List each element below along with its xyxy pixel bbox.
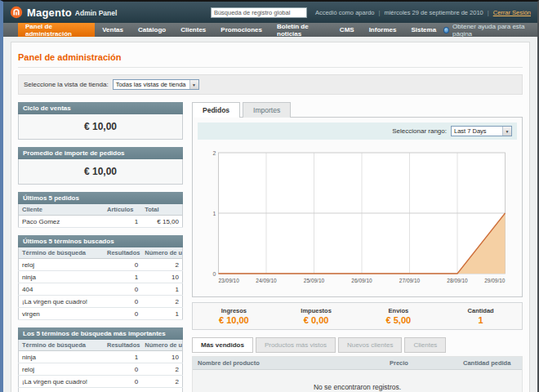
lifetime-sales-value: € 10,00 (18, 114, 183, 140)
store-view-select[interactable]: Todas las vistas de tienda ▼ (113, 79, 199, 90)
totals-bar: Ingresos € 10,00 Impuestos € 0,00 Envíos… (192, 302, 523, 330)
logged-in-as: Accedió como apardo (315, 9, 375, 16)
last-search-terms-panel: Últimos 5 términos buscados Término de b… (18, 235, 183, 320)
range-select[interactable]: Last 7 Days ▼ (451, 126, 512, 136)
svg-text:2: 2 (213, 150, 216, 156)
nav-item-cms[interactable]: CMS (332, 23, 362, 37)
svg-text:24/09/10: 24/09/10 (256, 278, 277, 283)
table-row: reloj02 (19, 259, 183, 271)
store-view-bar: Seleccione la vista de tienda: Todas las… (18, 74, 523, 95)
tab-productos-mas-vistos[interactable]: Productos más vistos (256, 337, 336, 353)
table-row: 40401 (19, 283, 183, 296)
nav-item-boletin[interactable]: Boletín de noticias (270, 23, 332, 37)
svg-text:23/09/10: 23/09/10 (219, 278, 240, 283)
total-ingresos: Ingresos € 10,00 (193, 307, 275, 325)
header-user-area: Accedió como apardo | miércoles 29 de se… (315, 9, 531, 16)
tab-clientes[interactable]: Clientes (404, 337, 446, 353)
products-tabs: Más vendidos Productos más vistos Nuevos… (192, 337, 523, 353)
dashboard-content: Panel de administración Seleccione la vi… (11, 42, 530, 392)
top-search-terms-panel: Los 5 términos de búsqueda más important… (18, 327, 183, 392)
svg-text:0: 0 (213, 271, 216, 277)
last-orders-panel: Últimos 5 pedidos Cliente Artículos Tota… (18, 192, 183, 228)
products-table: Nombre del producto Precio Cantidad pedi… (192, 356, 523, 392)
main-nav: Panel de administración Ventas Catálogo … (3, 23, 537, 37)
tab-importes[interactable]: Importes (243, 102, 291, 118)
nav-item-promociones[interactable]: Promociones (213, 23, 270, 37)
top-search-terms-table: Término de búsqueda Resultados Número de… (18, 340, 183, 392)
panel-title: Últimos 5 términos buscados (18, 235, 183, 247)
panel-title: Ciclo de ventas (18, 102, 183, 114)
empty-records-message: No se encontraron registros. (193, 370, 522, 392)
panel-title: Últimos 5 pedidos (18, 192, 183, 204)
header-date: miércoles 29 de septiembre de 2010 (384, 9, 483, 16)
panel-title: Los 5 términos de búsqueda más important… (18, 327, 183, 340)
svg-text:1: 1 (213, 211, 216, 216)
tab-nuevos-clientes[interactable]: Nuevos clientes (338, 337, 402, 353)
last-search-terms-table: Término de búsqueda Resultados Número de… (18, 247, 183, 320)
help-globe-icon (443, 27, 449, 33)
panel-title: Promedio de importe de pedidos (18, 147, 183, 159)
tab-pedidos[interactable]: Pedidos (192, 102, 240, 118)
magento-logo-icon[interactable] (10, 6, 23, 19)
svg-text:25/09/10: 25/09/10 (304, 278, 325, 283)
table-row: virgen01 (19, 308, 183, 320)
last-orders-table: Cliente Artículos Total Paco Gomez1€ 15,… (18, 204, 183, 228)
help-link[interactable]: Obtener ayuda para esta página (443, 23, 537, 37)
average-orders-value: € 10,00 (18, 159, 183, 185)
orders-chart-svg: 01223/09/1024/09/1025/09/1026/09/1027/09… (199, 146, 515, 287)
logo-text: Magento (27, 7, 72, 19)
svg-text:28/09/10: 28/09/10 (447, 278, 468, 283)
logo-subtext: Admin Panel (75, 9, 117, 17)
global-search-input[interactable] (211, 7, 307, 18)
nav-item-informes[interactable]: Informes (362, 23, 404, 37)
table-row: ¡La virgen que cuadro!02 (19, 296, 183, 308)
total-envios: Envíos € 5,00 (358, 307, 440, 325)
total-impuestos: Impuestos € 0,00 (275, 307, 358, 325)
nav-item-ventas[interactable]: Ventas (95, 23, 131, 37)
orders-chart: 01223/09/1024/09/1025/09/1026/09/1027/09… (198, 140, 517, 292)
logout-link[interactable]: Cerrar Sesión (493, 9, 531, 16)
table-row: ninja110 (19, 271, 183, 283)
svg-text:29/09/10: 29/09/10 (484, 278, 506, 283)
header: Magento Admin Panel Accedió como apardo … (3, 2, 537, 23)
nav-item-clientes[interactable]: Clientes (173, 23, 213, 37)
range-bar: Seleccionar rango: Last 7 Days ▼ (198, 122, 517, 140)
chevron-down-icon: ▼ (502, 127, 511, 136)
svg-text:27/09/10: 27/09/10 (399, 278, 421, 283)
table-row: ¡La virgen que cuadro!02 (19, 376, 183, 388)
dashboard-right-column: Pedidos Importes Seleccionar rango: Last… (192, 102, 523, 392)
dashboard-left-column: Ciclo de ventas € 10,00 Promedio de impo… (18, 102, 183, 392)
nav-item-dashboard[interactable]: Panel de administración (18, 23, 95, 37)
average-orders-panel: Promedio de importe de pedidos € 10,00 (18, 147, 183, 185)
total-cantidad: Cantidad 1 (439, 307, 522, 325)
table-row: ninja110 (19, 351, 183, 363)
store-view-label: Seleccione la vista de tienda: (24, 81, 109, 88)
lifetime-sales-panel: Ciclo de ventas € 10,00 (18, 102, 183, 140)
chevron-down-icon: ▼ (189, 80, 198, 89)
page-title: Panel de administración (18, 49, 523, 68)
tab-mas-vendidos[interactable]: Más vendidos (192, 337, 253, 353)
orders-chart-panel: Seleccionar rango: Last 7 Days ▼ 01223/0… (192, 117, 523, 297)
nav-item-sistema[interactable]: Sistema (403, 23, 443, 37)
chart-tabs: Pedidos Importes (192, 102, 523, 118)
table-row: 40401 (19, 388, 183, 392)
products-table-header: Nombre del producto Precio Cantidad pedi… (193, 357, 522, 370)
table-row: Paco Gomez1€ 15,00 (19, 216, 183, 228)
table-row: reloj02 (19, 363, 183, 376)
svg-text:26/09/10: 26/09/10 (351, 278, 372, 283)
range-label: Seleccionar rango: (392, 127, 447, 135)
nav-item-catalogo[interactable]: Catálogo (131, 23, 173, 37)
